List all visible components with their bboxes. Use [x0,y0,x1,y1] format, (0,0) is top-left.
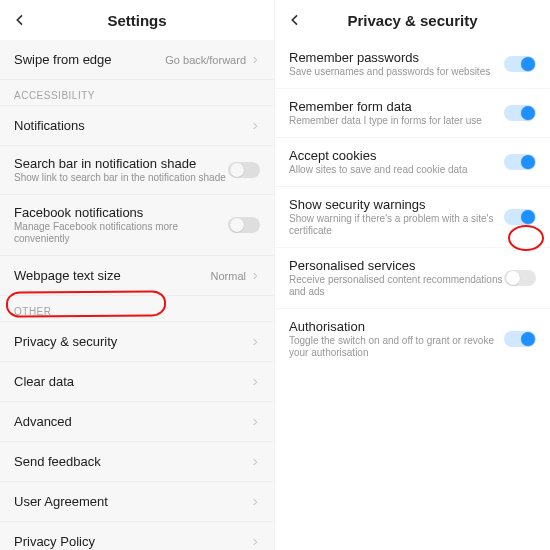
privacy-title: Privacy & security [307,12,518,29]
chevron-right-icon [250,377,260,387]
row-remember-form-data[interactable]: Remember form data Remember data I type … [275,89,550,138]
chevron-right-icon [250,55,260,65]
row-title: Search bar in notification shade [14,156,228,171]
row-remember-passwords[interactable]: Remember passwords Save usernames and pa… [275,40,550,89]
privacy-header: Privacy & security [275,0,550,40]
row-subtitle: Receive personalised content recommendat… [289,274,504,298]
toggle-remember-passwords[interactable] [504,56,536,72]
back-button[interactable] [8,8,32,32]
row-authorisation[interactable]: Authorisation Toggle the switch on and o… [275,309,550,369]
chevron-left-icon [12,12,28,28]
chevron-right-icon [250,417,260,427]
row-facebook-notifications[interactable]: Facebook notifications Manage Facebook n… [0,195,274,256]
row-search-bar-shade[interactable]: Search bar in notification shade Show li… [0,146,274,195]
row-title: Notifications [14,118,250,133]
section-accessibility: ACCESSIBILITY [0,80,274,106]
chevron-right-icon [250,271,260,281]
toggle-search-bar[interactable] [228,162,260,178]
row-subtitle: Show warning if there's a problem with a… [289,213,504,237]
toggle-personalised[interactable] [504,270,536,286]
row-title: Webpage text size [14,268,211,283]
settings-header: Settings [0,0,274,40]
back-button[interactable] [283,8,307,32]
row-subtitle: Toggle the switch on and off to grant or… [289,335,504,359]
row-value: Go back/forward [165,54,246,66]
toggle-authorisation[interactable] [504,331,536,347]
chevron-right-icon [250,121,260,131]
row-send-feedback[interactable]: Send feedback [0,442,274,482]
row-security-warnings[interactable]: Show security warnings Show warning if t… [275,187,550,248]
row-subtitle: Save usernames and passwords for website… [289,66,504,78]
row-subtitle: Remember data I type in forms for later … [289,115,504,127]
row-privacy-policy[interactable]: Privacy Policy [0,522,274,550]
chevron-right-icon [250,337,260,347]
row-title: Send feedback [14,454,250,469]
row-personalised-services[interactable]: Personalised services Receive personalis… [275,248,550,309]
row-title: Privacy & security [14,334,250,349]
row-subtitle: Allow sites to save and read cookie data [289,164,504,176]
row-title: Show security warnings [289,197,504,212]
row-title: Personalised services [289,258,504,273]
row-privacy-security[interactable]: Privacy & security [0,322,274,362]
row-title: Privacy Policy [14,534,250,549]
row-subtitle: Show link to search bar in the notificat… [14,172,228,184]
row-title: Facebook notifications [14,205,228,220]
row-title: Swipe from edge [14,52,165,67]
settings-pane: Settings Swipe from edge Go back/forward… [0,0,275,550]
chevron-right-icon [250,537,260,547]
row-webpage-text-size[interactable]: Webpage text size Normal [0,256,274,296]
row-subtitle: Manage Facebook notifications more conve… [14,221,228,245]
row-title: User Agreement [14,494,250,509]
toggle-cookies[interactable] [504,154,536,170]
chevron-right-icon [250,457,260,467]
toggle-security-warnings[interactable] [504,209,536,225]
row-title: Authorisation [289,319,504,334]
row-advanced[interactable]: Advanced [0,402,274,442]
row-title: Remember form data [289,99,504,114]
row-title: Clear data [14,374,250,389]
toggle-facebook[interactable] [228,217,260,233]
row-title: Remember passwords [289,50,504,65]
row-accept-cookies[interactable]: Accept cookies Allow sites to save and r… [275,138,550,187]
row-user-agreement[interactable]: User Agreement [0,482,274,522]
row-swipe-from-edge[interactable]: Swipe from edge Go back/forward [0,40,274,80]
row-clear-data[interactable]: Clear data [0,362,274,402]
chevron-right-icon [250,497,260,507]
row-title: Accept cookies [289,148,504,163]
section-other: OTHER [0,296,274,322]
toggle-remember-form[interactable] [504,105,536,121]
row-title: Advanced [14,414,250,429]
settings-title: Settings [32,12,242,29]
chevron-left-icon [287,12,303,28]
row-notifications[interactable]: Notifications [0,106,274,146]
privacy-pane: Privacy & security Remember passwords Sa… [275,0,550,550]
row-value: Normal [211,270,246,282]
